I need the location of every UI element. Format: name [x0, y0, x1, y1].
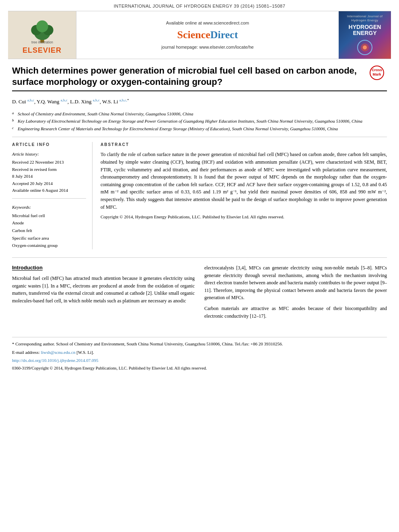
authors-section: D. Cui a,b,c, Y.Q. Wang a,b,c, L.D. Xing… [12, 98, 387, 106]
keyword-2: Anode [12, 219, 86, 227]
aff-text-a: School of Chemistry and Environment, Sou… [18, 111, 193, 117]
email-label-text: E-mail address: [12, 350, 40, 355]
received-revised-label: Received in revised form [12, 166, 86, 173]
author-li-asterisk: * [127, 98, 129, 102]
author-xing: L.D. Xing [70, 99, 93, 105]
corresponding-note-text: * Corresponding author. School of Chemis… [12, 341, 283, 346]
author-wang-sup: a,b,c [61, 98, 68, 102]
crossmark-icon: Cross Mark [369, 65, 385, 80]
svg-text:Cross: Cross [372, 68, 382, 72]
available-online-text: Available online at www.sciencedirect.co… [166, 20, 249, 26]
sd-direct-text: Direct [210, 29, 238, 41]
svg-text:Mark: Mark [372, 72, 381, 76]
author-li: W.S. Li [102, 99, 119, 105]
svg-point-8 [363, 45, 367, 49]
hydrogen-energy-logo-text: HYDROGENENERGY [349, 24, 381, 37]
main-content: Which determines power generation of mic… [0, 59, 399, 337]
journal-banner: tree illustration ELSEVIER Available onl… [8, 11, 391, 59]
article-info-abstract: ARTICLE INFO Article history: Received 2… [12, 137, 387, 249]
journal-homepage-text: journal homepage: www.elsevier.com/locat… [161, 44, 253, 50]
abstract-text: To clarify the role of carbon surface na… [101, 151, 387, 211]
doi-note: http://dx.doi.org/10.1016/j.ijhydene.201… [12, 357, 387, 364]
author-wang: Y.Q. Wang [37, 99, 61, 105]
available-online-date: Available online 6 August 2014 [12, 187, 86, 194]
abstract-copyright: Copyright © 2014, Hydrogen Energy Public… [101, 214, 387, 220]
article-title: Which determines power generation of mic… [12, 65, 363, 87]
svg-point-4 [36, 21, 48, 33]
svg-text:tree illustration: tree illustration [31, 40, 53, 44]
crossmark-section[interactable]: Cross Mark [367, 65, 387, 80]
article-info-label: ARTICLE INFO [12, 142, 86, 148]
abstract-label: ABSTRACT [101, 142, 387, 148]
sciencedirect-logo: ScienceDirect [177, 28, 238, 42]
keyword-5: Oxygen-containing group [12, 242, 86, 249]
journal-title-small-text: International Journal ofHydrogen Energy [347, 14, 383, 22]
intro-para-2: electrocatalysts [3,4], MFCs can generat… [204, 264, 387, 302]
affiliation-a: a School of Chemistry and Environment, S… [12, 111, 387, 117]
email-note: E-mail address: liwsh@scnu.edu.cn [W.S. … [12, 349, 387, 356]
email-who-text: [W.S. Li]. [76, 350, 94, 355]
page-footer: * Corresponding author. School of Chemis… [12, 337, 387, 374]
sd-science-text: Science [177, 29, 210, 41]
intro-para-1: Microbial fuel cell (MFC) has attracted … [12, 275, 195, 304]
received-date: Received 22 November 2013 [12, 159, 86, 166]
aff-letter-a: a [12, 111, 16, 117]
author-xing-sup: a,b,c [93, 98, 100, 102]
authors-line: D. Cui a,b,c, Y.Q. Wang a,b,c, L.D. Xing… [12, 98, 387, 106]
elsevier-logo-section: tree illustration ELSEVIER [8, 11, 76, 59]
keywords-section: Keywords: Microbial fuel cell Anode Carb… [12, 203, 86, 249]
sciencedirect-section: Available online at www.sciencedirect.co… [76, 11, 339, 59]
body-left-column: Introduction Microbial fuel cell (MFC) h… [12, 264, 195, 323]
affiliation-b: b Key Laboratory of Electrochemical Tech… [12, 118, 387, 125]
elsevier-wordmark: ELSEVIER [23, 45, 62, 55]
introduction-heading: Introduction [12, 264, 195, 271]
journal-icon-graphic [357, 39, 373, 55]
email-link[interactable]: liwsh@scnu.edu.cn [41, 350, 75, 355]
keyword-4: Specific surface area [12, 234, 86, 242]
history-label: Article history: [12, 151, 86, 158]
corresponding-author-note: * Corresponding author. School of Chemis… [12, 341, 387, 347]
article-info-column: ARTICLE INFO Article history: Received 2… [12, 142, 93, 249]
journal-cover-thumbnail: International Journal ofHydrogen Energy … [339, 11, 391, 59]
author-li-sup: a,b,c, [119, 98, 127, 102]
author-cui-sup: a,b,c [27, 98, 34, 102]
affiliations-section: a School of Chemistry and Environment, S… [12, 111, 387, 132]
journal-header: INTERNATIONAL JOURNAL OF HYDROGEN ENERGY… [0, 0, 399, 11]
footer-copyright-text: 0360-3199/Copyright © 2014, Hydrogen Ene… [12, 366, 387, 372]
doi-link[interactable]: http://dx.doi.org/10.1016/j.ijhydene.201… [12, 358, 99, 363]
abstract-column: ABSTRACT To clarify the role of carbon s… [101, 142, 387, 249]
elsevier-tree-icon: tree illustration [22, 20, 62, 44]
affiliation-c: c Engineering Research Center of Materia… [12, 125, 387, 132]
received-revised-date: 8 July 2014 [12, 173, 86, 180]
aff-text-b: Key Laboratory of Electrochemical Techno… [18, 118, 362, 125]
accepted-date: Accepted 20 July 2014 [12, 180, 86, 187]
aff-text-c: Engineering Research Center of Materials… [18, 125, 338, 132]
article-history: Article history: Received 22 November 20… [12, 151, 86, 199]
aff-letter-c: c [12, 125, 16, 132]
keyword-1: Microbial fuel cell [12, 212, 86, 220]
intro-para-3: Carbon materials are attractive as MFC a… [204, 305, 387, 320]
author-cui: D. Cui [12, 99, 27, 105]
aff-letter-b: b [12, 118, 16, 125]
keywords-label: Keywords: [12, 203, 86, 211]
keyword-3: Carbon felt [12, 227, 86, 234]
body-right-column: electrocatalysts [3,4], MFCs can generat… [204, 264, 387, 323]
divider [12, 257, 387, 258]
body-content: Introduction Microbial fuel cell (MFC) h… [12, 264, 387, 331]
article-title-section: Which determines power generation of mic… [12, 65, 387, 91]
